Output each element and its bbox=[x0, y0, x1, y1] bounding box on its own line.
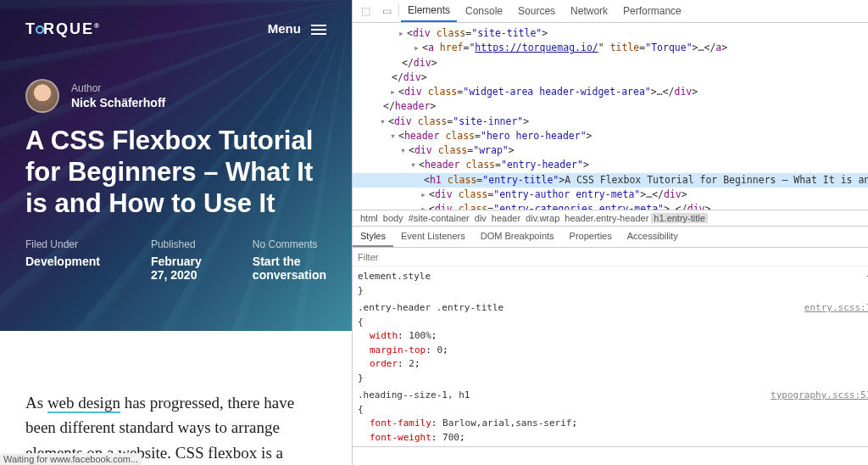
article-title: A CSS Flexbox Tutorial for Beginners – W… bbox=[25, 125, 326, 220]
author-avatar[interactable] bbox=[25, 79, 59, 113]
comments-link[interactable]: Start the conversation bbox=[253, 255, 326, 282]
tab-elements[interactable]: Elements bbox=[401, 0, 457, 22]
hero-section: TRQUE® Menu Author Nick Schäferhoff A CS… bbox=[0, 0, 352, 331]
top-bar: TRQUE® Menu bbox=[25, 20, 326, 38]
subtab-styles[interactable]: Styles bbox=[353, 227, 393, 247]
subtab-accessibility[interactable]: Accessibility bbox=[620, 227, 686, 247]
breadcrumb-trail[interactable]: htmlbody#site-containerdivheaderdiv.wrap… bbox=[353, 210, 868, 227]
meta-filed: Filed Under Development bbox=[25, 238, 100, 282]
meta-comments: No Comments Start the conversation bbox=[253, 238, 326, 282]
styles-body: element.style { } .entry-header .entry-t… bbox=[353, 266, 868, 446]
menu-label: Menu bbox=[268, 21, 301, 36]
inspect-icon[interactable]: ⬚ bbox=[356, 2, 376, 20]
meta-row: Filed Under Development Published Februa… bbox=[25, 238, 326, 282]
device-icon[interactable]: ▭ bbox=[377, 2, 397, 20]
author-name[interactable]: Nick Schäferhoff bbox=[71, 96, 165, 109]
tab-console[interactable]: Console bbox=[459, 1, 509, 21]
dom-tree[interactable]: ▸<div class="site-title"> ▸<a href="http… bbox=[353, 23, 868, 210]
meta-published: Published February 27, 2020 bbox=[151, 238, 202, 282]
devtools-tabs: ⬚ ▭ Elements Console Sources Network Per… bbox=[353, 0, 868, 23]
category-link[interactable]: Development bbox=[25, 255, 100, 268]
styles-tabs: Styles Event Listeners DOM Breakpoints P… bbox=[353, 227, 868, 248]
subtab-properties[interactable]: Properties bbox=[562, 227, 620, 247]
tab-network[interactable]: Network bbox=[564, 1, 615, 21]
inline-link-webdesign[interactable]: web design bbox=[47, 394, 120, 413]
tab-performance[interactable]: Performance bbox=[616, 1, 688, 21]
css-rules[interactable]: element.style { } .entry-header .entry-t… bbox=[353, 266, 868, 446]
subtab-dombreakpoints[interactable]: DOM Breakpoints bbox=[473, 227, 562, 247]
author-label: Author bbox=[71, 82, 165, 94]
browser-status-bar: Waiting for www.facebook.com... bbox=[0, 453, 142, 465]
hamburger-icon bbox=[311, 22, 326, 37]
styles-filter-row: :hov .cls + ⋮ bbox=[353, 248, 868, 266]
menu-button[interactable]: Menu bbox=[268, 21, 326, 37]
author-row: Author Nick Schäferhoff bbox=[25, 79, 326, 113]
article-body: As web design has progressed, there have… bbox=[0, 331, 352, 465]
webpage-viewport: TRQUE® Menu Author Nick Schäferhoff A CS… bbox=[0, 0, 352, 465]
styles-filter-input[interactable] bbox=[353, 248, 868, 266]
selected-dom-node: <h1 class="entry-title">A CSS Flexbox Tu… bbox=[353, 173, 868, 188]
tab-sources[interactable]: Sources bbox=[511, 1, 562, 21]
site-logo[interactable]: TRQUE® bbox=[25, 20, 101, 38]
showall-row: Show all bbox=[353, 446, 868, 465]
devtools-panel: ⬚ ▭ Elements Console Sources Network Per… bbox=[352, 0, 868, 465]
subtab-eventlisteners[interactable]: Event Listeners bbox=[393, 227, 473, 247]
